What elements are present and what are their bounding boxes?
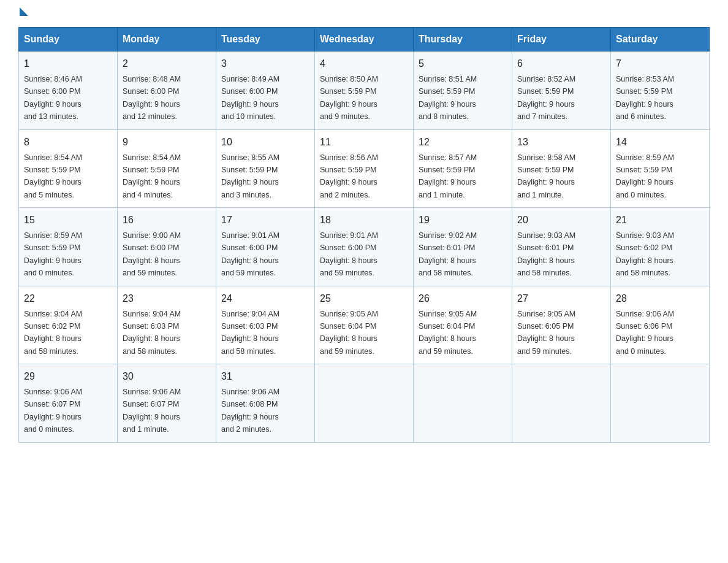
calendar-cell: 6Sunrise: 8:52 AMSunset: 5:59 PMDaylight… <box>512 52 611 130</box>
day-info: Sunrise: 8:56 AMSunset: 5:59 PMDaylight:… <box>320 153 378 199</box>
calendar-cell: 2Sunrise: 8:48 AMSunset: 6:00 PMDaylight… <box>118 52 216 130</box>
day-number: 31 <box>221 369 309 384</box>
day-info: Sunrise: 8:59 AMSunset: 5:59 PMDaylight:… <box>24 231 82 277</box>
day-number: 10 <box>221 135 309 150</box>
calendar-cell: 25Sunrise: 9:05 AMSunset: 6:04 PMDayligh… <box>315 286 414 364</box>
day-number: 30 <box>123 369 211 384</box>
day-number: 5 <box>419 56 507 71</box>
day-info: Sunrise: 8:57 AMSunset: 5:59 PMDaylight:… <box>419 153 477 199</box>
day-info: Sunrise: 9:06 AMSunset: 6:06 PMDaylight:… <box>616 310 674 356</box>
calendar-header-row: SundayMondayTuesdayWednesdayThursdayFrid… <box>19 28 710 52</box>
calendar-cell: 3Sunrise: 8:49 AMSunset: 6:00 PMDaylight… <box>216 52 315 130</box>
calendar-cell: 18Sunrise: 9:01 AMSunset: 6:00 PMDayligh… <box>315 208 414 286</box>
calendar-cell <box>414 364 512 443</box>
day-number: 24 <box>221 291 309 306</box>
calendar-cell: 1Sunrise: 8:46 AMSunset: 6:00 PMDaylight… <box>19 52 118 130</box>
calendar-cell: 30Sunrise: 9:06 AMSunset: 6:07 PMDayligh… <box>118 364 216 443</box>
day-number: 7 <box>616 56 704 71</box>
calendar-cell: 31Sunrise: 9:06 AMSunset: 6:08 PMDayligh… <box>216 364 315 443</box>
calendar-cell <box>611 364 710 443</box>
day-info: Sunrise: 8:54 AMSunset: 5:59 PMDaylight:… <box>24 153 82 199</box>
calendar-cell: 7Sunrise: 8:53 AMSunset: 5:59 PMDaylight… <box>611 52 710 130</box>
day-number: 27 <box>517 291 605 306</box>
calendar-cell: 22Sunrise: 9:04 AMSunset: 6:02 PMDayligh… <box>19 286 118 364</box>
page-header <box>18 12 710 15</box>
day-number: 1 <box>24 56 112 71</box>
day-info: Sunrise: 9:04 AMSunset: 6:02 PMDaylight:… <box>24 310 82 356</box>
calendar-cell: 11Sunrise: 8:56 AMSunset: 5:59 PMDayligh… <box>315 129 414 208</box>
day-number: 21 <box>616 213 704 228</box>
calendar-cell: 26Sunrise: 9:05 AMSunset: 6:04 PMDayligh… <box>414 286 512 364</box>
day-info: Sunrise: 9:05 AMSunset: 6:04 PMDaylight:… <box>419 310 477 356</box>
day-number: 14 <box>616 135 704 150</box>
calendar-cell: 13Sunrise: 8:58 AMSunset: 5:59 PMDayligh… <box>512 129 611 208</box>
calendar-cell: 29Sunrise: 9:06 AMSunset: 6:07 PMDayligh… <box>19 364 118 443</box>
calendar-cell: 17Sunrise: 9:01 AMSunset: 6:00 PMDayligh… <box>216 208 315 286</box>
calendar-table: SundayMondayTuesdayWednesdayThursdayFrid… <box>18 27 710 443</box>
calendar-week-row: 29Sunrise: 9:06 AMSunset: 6:07 PMDayligh… <box>19 364 710 443</box>
day-info: Sunrise: 8:50 AMSunset: 5:59 PMDaylight:… <box>320 75 378 121</box>
calendar-week-row: 15Sunrise: 8:59 AMSunset: 5:59 PMDayligh… <box>19 208 710 286</box>
calendar-cell: 16Sunrise: 9:00 AMSunset: 6:00 PMDayligh… <box>118 208 216 286</box>
day-info: Sunrise: 8:54 AMSunset: 5:59 PMDaylight:… <box>123 153 181 199</box>
calendar-week-row: 22Sunrise: 9:04 AMSunset: 6:02 PMDayligh… <box>19 286 710 364</box>
day-info: Sunrise: 8:46 AMSunset: 6:00 PMDaylight:… <box>24 75 82 121</box>
day-number: 4 <box>320 56 408 71</box>
day-number: 29 <box>24 369 112 384</box>
logo <box>18 12 28 15</box>
calendar-cell: 20Sunrise: 9:03 AMSunset: 6:01 PMDayligh… <box>512 208 611 286</box>
calendar-cell: 4Sunrise: 8:50 AMSunset: 5:59 PMDaylight… <box>315 52 414 130</box>
day-info: Sunrise: 9:03 AMSunset: 6:01 PMDaylight:… <box>517 231 575 277</box>
day-info: Sunrise: 8:58 AMSunset: 5:59 PMDaylight:… <box>517 153 575 199</box>
day-info: Sunrise: 9:05 AMSunset: 6:04 PMDaylight:… <box>320 310 378 356</box>
calendar-cell: 10Sunrise: 8:55 AMSunset: 5:59 PMDayligh… <box>216 129 315 208</box>
calendar-cell: 5Sunrise: 8:51 AMSunset: 5:59 PMDaylight… <box>414 52 512 130</box>
day-info: Sunrise: 8:51 AMSunset: 5:59 PMDaylight:… <box>419 75 477 121</box>
day-info: Sunrise: 8:52 AMSunset: 5:59 PMDaylight:… <box>517 75 575 121</box>
calendar-cell: 12Sunrise: 8:57 AMSunset: 5:59 PMDayligh… <box>414 129 512 208</box>
calendar-cell: 21Sunrise: 9:03 AMSunset: 6:02 PMDayligh… <box>611 208 710 286</box>
day-number: 16 <box>123 213 211 228</box>
day-info: Sunrise: 9:04 AMSunset: 6:03 PMDaylight:… <box>123 310 181 356</box>
day-number: 13 <box>517 135 605 150</box>
day-number: 6 <box>517 56 605 71</box>
day-info: Sunrise: 9:06 AMSunset: 6:07 PMDaylight:… <box>123 388 181 434</box>
day-number: 26 <box>419 291 507 306</box>
calendar-cell: 28Sunrise: 9:06 AMSunset: 6:06 PMDayligh… <box>611 286 710 364</box>
day-number: 23 <box>123 291 211 306</box>
day-number: 11 <box>320 135 408 150</box>
calendar-cell: 14Sunrise: 8:59 AMSunset: 5:59 PMDayligh… <box>611 129 710 208</box>
calendar-cell: 24Sunrise: 9:04 AMSunset: 6:03 PMDayligh… <box>216 286 315 364</box>
calendar-cell: 23Sunrise: 9:04 AMSunset: 6:03 PMDayligh… <box>118 286 216 364</box>
column-header-friday: Friday <box>512 28 611 52</box>
day-info: Sunrise: 9:05 AMSunset: 6:05 PMDaylight:… <box>517 310 575 356</box>
day-info: Sunrise: 8:49 AMSunset: 6:00 PMDaylight:… <box>221 75 279 121</box>
day-number: 22 <box>24 291 112 306</box>
day-info: Sunrise: 9:06 AMSunset: 6:08 PMDaylight:… <box>221 388 279 434</box>
calendar-cell <box>512 364 611 443</box>
day-number: 15 <box>24 213 112 228</box>
day-info: Sunrise: 8:53 AMSunset: 5:59 PMDaylight:… <box>616 75 674 121</box>
day-number: 20 <box>517 213 605 228</box>
column-header-wednesday: Wednesday <box>315 28 414 52</box>
day-info: Sunrise: 9:04 AMSunset: 6:03 PMDaylight:… <box>221 310 279 356</box>
calendar-cell: 15Sunrise: 8:59 AMSunset: 5:59 PMDayligh… <box>19 208 118 286</box>
calendar-cell: 8Sunrise: 8:54 AMSunset: 5:59 PMDaylight… <box>19 129 118 208</box>
day-info: Sunrise: 8:55 AMSunset: 5:59 PMDaylight:… <box>221 153 279 199</box>
day-number: 8 <box>24 135 112 150</box>
calendar-cell: 9Sunrise: 8:54 AMSunset: 5:59 PMDaylight… <box>118 129 216 208</box>
calendar-week-row: 8Sunrise: 8:54 AMSunset: 5:59 PMDaylight… <box>19 129 710 208</box>
day-info: Sunrise: 9:03 AMSunset: 6:02 PMDaylight:… <box>616 231 674 277</box>
day-number: 17 <box>221 213 309 228</box>
day-number: 2 <box>123 56 211 71</box>
day-info: Sunrise: 9:01 AMSunset: 6:00 PMDaylight:… <box>320 231 378 277</box>
column-header-sunday: Sunday <box>19 28 118 52</box>
day-info: Sunrise: 9:06 AMSunset: 6:07 PMDaylight:… <box>24 388 82 434</box>
column-header-monday: Monday <box>118 28 216 52</box>
column-header-saturday: Saturday <box>611 28 710 52</box>
column-header-tuesday: Tuesday <box>216 28 315 52</box>
day-number: 9 <box>123 135 211 150</box>
day-info: Sunrise: 9:02 AMSunset: 6:01 PMDaylight:… <box>419 231 477 277</box>
logo-triangle-icon <box>20 7 28 16</box>
day-number: 18 <box>320 213 408 228</box>
